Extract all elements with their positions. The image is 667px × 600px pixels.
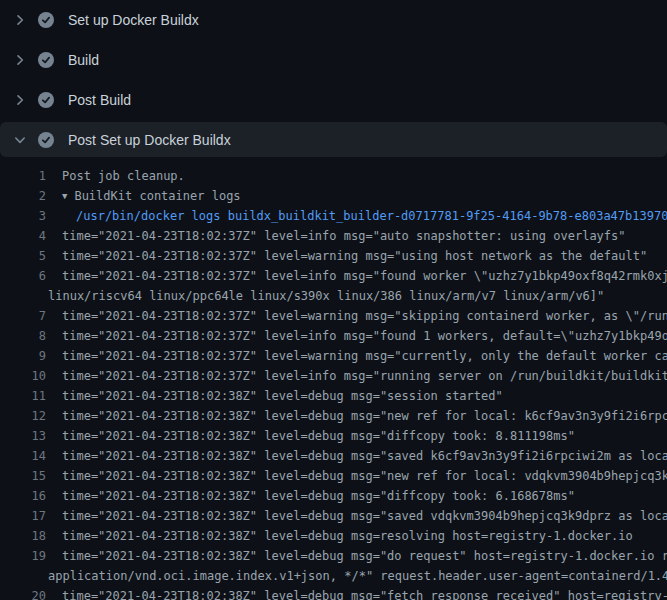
log-line: 10 time="2021-04-23T18:02:37Z" level=inf… bbox=[0, 366, 667, 386]
step-header-3[interactable]: Post Set up Docker Buildx bbox=[0, 122, 667, 157]
log-line: 7 time="2021-04-23T18:02:37Z" level=warn… bbox=[0, 306, 667, 326]
line-number[interactable]: 19 bbox=[0, 546, 46, 566]
line-number[interactable]: 10 bbox=[0, 366, 46, 386]
log-text: time="2021-04-23T18:02:38Z" level=debug … bbox=[46, 486, 575, 506]
check-circle-icon bbox=[38, 132, 54, 148]
log-text: time="2021-04-23T18:02:37Z" level=info m… bbox=[46, 226, 626, 246]
log-text: application/vnd.oci.image.index.v1+json,… bbox=[46, 566, 667, 586]
log-line: application/vnd.oci.image.index.v1+json,… bbox=[0, 566, 667, 586]
line-number[interactable]: 12 bbox=[0, 406, 46, 426]
log-text: time="2021-04-23T18:02:37Z" level=info m… bbox=[46, 266, 667, 286]
log-text: time="2021-04-23T18:02:38Z" level=debug … bbox=[46, 426, 575, 446]
step-header-1[interactable]: Build bbox=[0, 40, 667, 80]
chevron-right-icon[interactable] bbox=[12, 52, 28, 68]
workflow-log-panel: Set up Docker Buildx Build P bbox=[0, 0, 667, 600]
log-text: time="2021-04-23T18:02:38Z" level=debug … bbox=[46, 586, 667, 600]
line-number[interactable]: 4 bbox=[0, 226, 46, 246]
log-text: time="2021-04-23T18:02:37Z" level=warnin… bbox=[46, 306, 667, 326]
log-line: 13 time="2021-04-23T18:02:38Z" level=deb… bbox=[0, 426, 667, 446]
log-line: 11 time="2021-04-23T18:02:38Z" level=deb… bbox=[0, 386, 667, 406]
log-text: time="2021-04-23T18:02:38Z" level=debug … bbox=[46, 386, 503, 406]
line-number[interactable]: 11 bbox=[0, 386, 46, 406]
log-text: time="2021-04-23T18:02:38Z" level=debug … bbox=[46, 406, 667, 426]
log-line: 1 Post job cleanup. bbox=[0, 166, 667, 186]
log-text: time="2021-04-23T18:02:37Z" level=warnin… bbox=[46, 246, 647, 266]
log-text: time="2021-04-23T18:02:37Z" level=info m… bbox=[46, 326, 667, 346]
log-area: 1 Post job cleanup. 2 ▼BuildKit containe… bbox=[0, 157, 667, 600]
line-number[interactable]: 15 bbox=[0, 466, 46, 486]
step-label: Build bbox=[68, 52, 99, 68]
step-label: Set up Docker Buildx bbox=[68, 12, 199, 28]
log-text: time="2021-04-23T18:02:38Z" level=debug … bbox=[46, 546, 667, 566]
log-line: 14 time="2021-04-23T18:02:38Z" level=deb… bbox=[0, 446, 667, 466]
chevron-down-icon[interactable] bbox=[12, 132, 28, 148]
log-text: ▼BuildKit container logs bbox=[46, 186, 241, 206]
check-circle-icon bbox=[38, 12, 54, 28]
line-number[interactable]: 6 bbox=[0, 266, 46, 286]
line-number[interactable]: 18 bbox=[0, 526, 46, 546]
line-number[interactable]: 9 bbox=[0, 346, 46, 366]
step-header-0[interactable]: Set up Docker Buildx bbox=[0, 0, 667, 40]
log-line: 15 time="2021-04-23T18:02:38Z" level=deb… bbox=[0, 466, 667, 486]
step-label: Post Set up Docker Buildx bbox=[68, 132, 231, 148]
line-number[interactable]: 16 bbox=[0, 486, 46, 506]
chevron-right-icon[interactable] bbox=[12, 92, 28, 108]
group-expand-icon[interactable]: ▼ bbox=[62, 186, 67, 206]
log-text: time="2021-04-23T18:02:38Z" level=debug … bbox=[46, 526, 633, 546]
line-number[interactable]: 8 bbox=[0, 326, 46, 346]
line-number[interactable]: 2 bbox=[0, 186, 46, 206]
log-text: linux/riscv64 linux/ppc64le linux/s390x … bbox=[46, 286, 604, 306]
log-line: 16 time="2021-04-23T18:02:38Z" level=deb… bbox=[0, 486, 667, 506]
log-text: time="2021-04-23T18:02:37Z" level=warnin… bbox=[46, 346, 667, 366]
check-circle-icon bbox=[38, 92, 54, 108]
log-text: time="2021-04-23T18:02:37Z" level=info m… bbox=[46, 366, 667, 386]
line-number[interactable] bbox=[0, 566, 46, 586]
steps-list: Set up Docker Buildx Build P bbox=[0, 0, 667, 157]
step-label: Post Build bbox=[68, 92, 131, 108]
check-circle-icon bbox=[38, 52, 54, 68]
line-number[interactable]: 14 bbox=[0, 446, 46, 466]
log-line: 17 time="2021-04-23T18:02:38Z" level=deb… bbox=[0, 506, 667, 526]
log-line: 5 time="2021-04-23T18:02:37Z" level=warn… bbox=[0, 246, 667, 266]
line-number[interactable] bbox=[0, 286, 46, 306]
log-line: 6 time="2021-04-23T18:02:37Z" level=info… bbox=[0, 266, 667, 286]
line-number[interactable]: 5 bbox=[0, 246, 46, 266]
log-line: 18 time="2021-04-23T18:02:38Z" level=deb… bbox=[0, 526, 667, 546]
log-line: linux/riscv64 linux/ppc64le linux/s390x … bbox=[0, 286, 667, 306]
log-line: 12 time="2021-04-23T18:02:38Z" level=deb… bbox=[0, 406, 667, 426]
log-line: 20 time="2021-04-23T18:02:38Z" level=deb… bbox=[0, 586, 667, 600]
line-number[interactable]: 7 bbox=[0, 306, 46, 326]
chevron-right-icon[interactable] bbox=[12, 12, 28, 28]
log-text: time="2021-04-23T18:02:38Z" level=debug … bbox=[46, 506, 667, 526]
log-line: 8 time="2021-04-23T18:02:37Z" level=info… bbox=[0, 326, 667, 346]
log-text: Post job cleanup. bbox=[46, 166, 185, 186]
log-line: 19 time="2021-04-23T18:02:38Z" level=deb… bbox=[0, 546, 667, 566]
log-text: time="2021-04-23T18:02:38Z" level=debug … bbox=[46, 446, 667, 466]
step-header-2[interactable]: Post Build bbox=[0, 80, 667, 120]
line-number[interactable]: 3 bbox=[0, 206, 46, 226]
log-text: time="2021-04-23T18:02:38Z" level=debug … bbox=[46, 466, 667, 486]
log-line: 3 /usr/bin/docker logs buildx_buildkit_b… bbox=[0, 206, 667, 226]
line-number[interactable]: 17 bbox=[0, 506, 46, 526]
log-text: /usr/bin/docker logs buildx_buildkit_bui… bbox=[46, 206, 667, 226]
line-number[interactable]: 20 bbox=[0, 586, 46, 600]
line-number[interactable]: 13 bbox=[0, 426, 46, 446]
log-line: 2 ▼BuildKit container logs bbox=[0, 186, 667, 206]
line-number[interactable]: 1 bbox=[0, 166, 46, 186]
log-line: 9 time="2021-04-23T18:02:37Z" level=warn… bbox=[0, 346, 667, 366]
log-line: 4 time="2021-04-23T18:02:37Z" level=info… bbox=[0, 226, 667, 246]
